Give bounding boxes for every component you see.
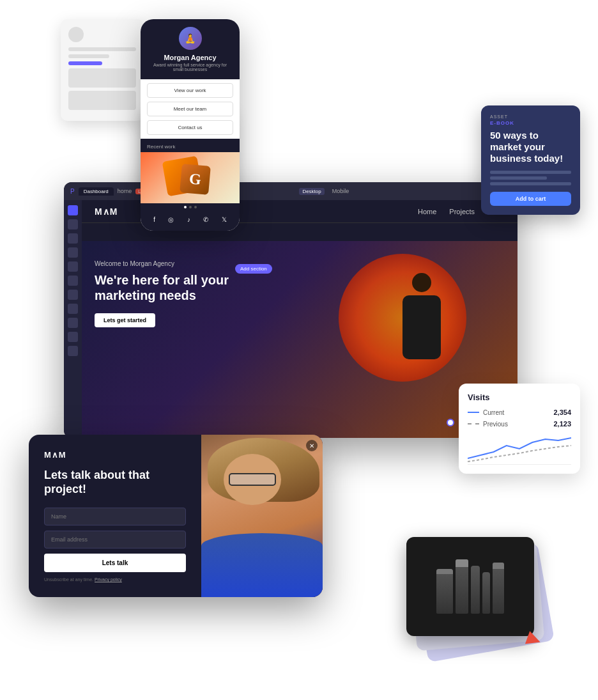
analytics-current-row: Current 2,354 (468, 408, 571, 416)
browser-tab-dashboard[interactable]: Dashboard (79, 187, 114, 196)
analytics-title: Visits (468, 393, 571, 402)
current-line-icon (468, 412, 479, 413)
current-value: 2,354 (553, 408, 571, 416)
analytics-card: Visits Current 2,354 Previous 2,123 (459, 384, 580, 474)
browser-sidebar (64, 200, 82, 438)
bottle-5 (493, 563, 504, 614)
phone-avatar: 🧘 (179, 27, 202, 50)
person-glasses (229, 473, 276, 486)
phone-contact-btn[interactable]: Contact us (147, 120, 233, 135)
contact-email-input[interactable] (44, 531, 186, 548)
contact-name-input[interactable] (44, 508, 186, 525)
sidebar-dashboard-icon[interactable] (68, 205, 78, 215)
phone-social-icons: f ◎ ♪ ✆ 𝕏 (141, 211, 240, 231)
facebook-icon: f (153, 216, 155, 223)
analytics-previous-row: Previous 2,123 (468, 420, 571, 428)
sidebar-image-icon[interactable] (68, 276, 78, 286)
nav-projects[interactable]: Projects (449, 208, 475, 215)
desktop-browser: P Dashboard home Live ▾ Desktop Mobile S… (64, 182, 518, 438)
phone-recent-label: Recent work (141, 139, 240, 152)
wireframe-avatar (68, 27, 84, 42)
contact-heading: Lets talk about that project! (44, 469, 186, 496)
ebook-card: asset E-BOOK 50 ways to market your busi… (481, 105, 580, 215)
bottle-4 (482, 572, 490, 614)
contact-image: ✕ (201, 435, 323, 597)
analytics-current-legend: Current (468, 409, 504, 416)
instagram-icon: ◎ (168, 216, 174, 223)
website-logo: M∧M (95, 206, 118, 217)
sidebar-link-icon[interactable] (68, 304, 78, 314)
sidebar-settings-icon[interactable] (68, 346, 78, 356)
phone-mockup: 🧘 Morgan Agency Award winning full servi… (141, 19, 240, 231)
privacy-policy-link[interactable]: Privacy policy (95, 577, 122, 582)
ebook-desc-line-3 (490, 182, 571, 185)
sidebar-layout-icon[interactable] (68, 290, 78, 300)
product-bottles (430, 553, 510, 620)
analytics-chart (468, 433, 571, 465)
sidebar-widget-icon[interactable] (68, 318, 78, 328)
sidebar-media-icon[interactable] (68, 233, 78, 244)
contact-logo: M∧M (44, 450, 186, 460)
person-body (201, 533, 323, 597)
wireframe-line-accent (68, 61, 102, 65)
add-section-btn[interactable]: Add section (235, 264, 272, 274)
previous-line-icon (468, 423, 479, 424)
bottle-2 (456, 559, 468, 614)
phone-dot-3 (194, 206, 197, 208)
ebook-desc-lines (490, 171, 571, 185)
bottle-1 (436, 569, 453, 614)
phone-header: 🧘 Morgan Agency Award winning full servi… (141, 19, 240, 79)
whatsapp-icon: ✆ (203, 216, 208, 223)
phone-agency-name: Morgan Agency (148, 54, 232, 61)
home-link[interactable]: home (118, 188, 132, 194)
phone-view-work-btn[interactable]: View our work (147, 83, 233, 98)
ebook-title: 50 ways to market your business today! (490, 130, 571, 164)
contact-form-section: M∧M Lets talk about that project! Lets t… (29, 435, 201, 597)
sidebar-components-icon[interactable] (68, 247, 78, 258)
phone-dots (141, 203, 240, 211)
sidebar-apps-icon[interactable] (68, 332, 78, 342)
mobile-toggle[interactable]: Mobile (332, 188, 349, 195)
contact-close-btn[interactable]: ✕ (306, 440, 318, 451)
tiktok-icon: ♪ (187, 216, 190, 223)
website-hero: Welcome to Morgan Agency We're here for … (82, 241, 518, 438)
phone-meet-team-btn[interactable]: Meet our team (147, 102, 233, 116)
bottle-3 (471, 566, 480, 614)
contact-inner: M∧M Lets talk about that project! Lets t… (29, 435, 323, 597)
contact-submit-btn[interactable]: Lets talk (44, 554, 186, 572)
wireframe-line-1 (68, 47, 136, 51)
browser-bar: P Dashboard home Live ▾ Desktop Mobile S… (64, 182, 518, 200)
twitter-icon: 𝕏 (222, 216, 227, 223)
previous-label: Previous (483, 421, 508, 428)
desktop-toggle[interactable]: Desktop (299, 188, 324, 195)
wireframe-block-2 (68, 91, 136, 110)
hero-title: We're here for all your marketing needs (95, 272, 273, 303)
hero-cta-btn[interactable]: Lets get started (95, 313, 155, 327)
ebook-category: E-BOOK (490, 120, 571, 126)
product-card (406, 537, 534, 636)
contact-form-card: M∧M Lets talk about that project! Lets t… (29, 435, 323, 597)
sidebar-text-icon[interactable] (68, 261, 78, 272)
wordmark-icon: P (70, 188, 75, 195)
phone-dot-2 (189, 206, 192, 208)
analytics-previous-legend: Previous (468, 421, 508, 428)
ebook-add-to-cart-btn[interactable]: Add to cart (490, 192, 571, 206)
wireframe-block-1 (68, 68, 136, 88)
connection-dot (447, 419, 454, 426)
wireframe-line-2 (68, 54, 109, 58)
ebook-desc-line-1 (490, 171, 571, 174)
phone-agency-desc: Award winning full service agency for sm… (148, 63, 232, 72)
ebook-desc-line-2 (490, 176, 547, 180)
phone-dot-1 (184, 206, 187, 208)
previous-value: 2,123 (553, 420, 571, 428)
nav-home[interactable]: Home (418, 208, 436, 215)
wireframe-card (61, 19, 144, 121)
person-face (224, 454, 281, 505)
hero-person-silhouette (383, 247, 460, 362)
phone-image-block: G (141, 152, 240, 203)
sidebar-pages-icon[interactable] (68, 219, 78, 229)
ebook-tag: asset (490, 114, 571, 119)
current-label: Current (483, 409, 504, 416)
contact-privacy-text: Unsubscribe at any time. Privacy policy (44, 577, 186, 582)
browser-content: M∧M Home Projects Team Add section Welco… (82, 200, 518, 438)
